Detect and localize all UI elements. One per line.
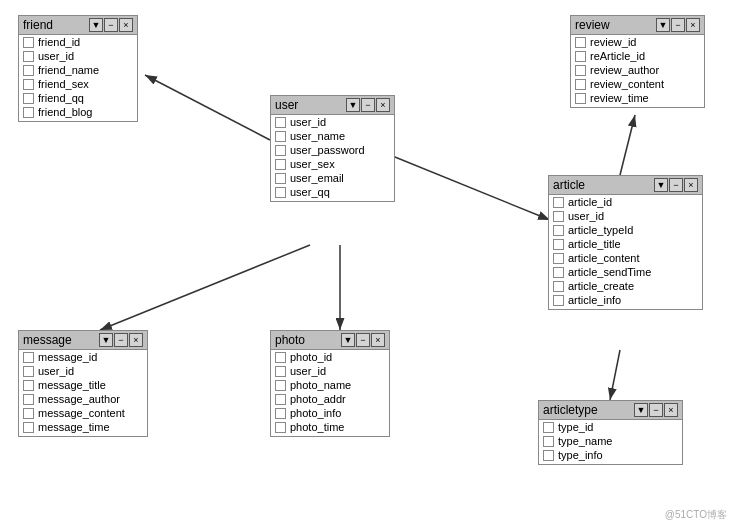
field-checkbox [275,159,286,170]
close-btn-article[interactable]: × [684,178,698,192]
table-header-user: user ▼ − × [271,96,394,115]
minimize-btn-photo[interactable]: − [356,333,370,347]
field-row: user_name [271,129,394,143]
close-btn-photo[interactable]: × [371,333,385,347]
table-controls-article[interactable]: ▼ − × [654,178,698,192]
table-title-message: message [23,333,72,347]
table-controls-user[interactable]: ▼ − × [346,98,390,112]
field-checkbox [23,408,34,419]
field-checkbox [23,422,34,433]
field-row: type_name [539,434,682,448]
table-header-message: message ▼ − × [19,331,147,350]
field-checkbox [23,79,34,90]
close-btn-articletype[interactable]: × [664,403,678,417]
field-row: photo_addr [271,392,389,406]
table-photo: photo ▼ − × photo_id user_id photo_name … [270,330,390,437]
field-checkbox [575,51,586,62]
field-checkbox [275,173,286,184]
field-row: friend_sex [19,77,137,91]
table-controls-photo[interactable]: ▼ − × [341,333,385,347]
field-checkbox [543,450,554,461]
field-checkbox [275,422,286,433]
field-checkbox [553,211,564,222]
table-header-friend: friend ▼ − × [19,16,137,35]
field-checkbox [275,366,286,377]
table-article: article ▼ − × article_id user_id article… [548,175,703,310]
table-header-articletype: articletype ▼ − × [539,401,682,420]
minimize-btn-article[interactable]: − [669,178,683,192]
svg-line-3 [100,245,310,330]
minimize-btn-articletype[interactable]: − [649,403,663,417]
table-user: user ▼ − × user_id user_name user_passwo… [270,95,395,202]
field-row: article_id [549,195,702,209]
field-checkbox [275,408,286,419]
close-btn-review[interactable]: × [686,18,700,32]
dropdown-btn-review[interactable]: ▼ [656,18,670,32]
field-row: user_id [271,115,394,129]
field-row: message_title [19,378,147,392]
table-title-friend: friend [23,18,53,32]
field-checkbox [275,352,286,363]
field-row: friend_blog [19,105,137,121]
table-header-review: review ▼ − × [571,16,704,35]
dropdown-btn-articletype[interactable]: ▼ [634,403,648,417]
field-checkbox [275,145,286,156]
field-row: user_email [271,171,394,185]
table-review: review ▼ − × review_id reArticle_id revi… [570,15,705,108]
field-row: photo_time [271,420,389,436]
field-checkbox [553,225,564,236]
minimize-btn-user[interactable]: − [361,98,375,112]
field-checkbox [23,366,34,377]
minimize-btn-message[interactable]: − [114,333,128,347]
field-checkbox [575,93,586,104]
minimize-btn-friend[interactable]: − [104,18,118,32]
table-title-photo: photo [275,333,305,347]
svg-line-6 [620,115,635,175]
field-checkbox [23,394,34,405]
field-checkbox [575,37,586,48]
field-row: user_id [549,209,702,223]
field-row: reArticle_id [571,49,704,63]
table-controls-articletype[interactable]: ▼ − × [634,403,678,417]
dropdown-btn-photo[interactable]: ▼ [341,333,355,347]
field-row: article_title [549,237,702,251]
table-controls-message[interactable]: ▼ − × [99,333,143,347]
field-row: photo_id [271,350,389,364]
dropdown-btn-message[interactable]: ▼ [99,333,113,347]
field-row: message_time [19,420,147,436]
dropdown-btn-user[interactable]: ▼ [346,98,360,112]
field-checkbox [275,117,286,128]
table-title-article: article [553,178,585,192]
table-title-user: user [275,98,298,112]
table-header-photo: photo ▼ − × [271,331,389,350]
table-title-review: review [575,18,610,32]
close-btn-friend[interactable]: × [119,18,133,32]
field-row: review_time [571,91,704,107]
close-btn-message[interactable]: × [129,333,143,347]
field-checkbox [553,267,564,278]
close-btn-user[interactable]: × [376,98,390,112]
minimize-btn-review[interactable]: − [671,18,685,32]
field-checkbox [275,187,286,198]
table-header-article: article ▼ − × [549,176,702,195]
field-row: user_id [271,364,389,378]
field-checkbox [575,65,586,76]
field-row: message_id [19,350,147,364]
field-row: friend_name [19,63,137,77]
svg-line-2 [145,75,270,140]
field-checkbox [553,281,564,292]
field-row: user_sex [271,157,394,171]
field-checkbox [575,79,586,90]
table-controls-friend[interactable]: ▼ − × [89,18,133,32]
table-controls-review[interactable]: ▼ − × [656,18,700,32]
field-checkbox [553,239,564,250]
field-checkbox [543,436,554,447]
field-row: user_qq [271,185,394,201]
dropdown-btn-article[interactable]: ▼ [654,178,668,192]
dropdown-btn-friend[interactable]: ▼ [89,18,103,32]
field-checkbox [275,380,286,391]
field-row: article_create [549,279,702,293]
field-checkbox [23,107,34,118]
field-row: message_author [19,392,147,406]
field-row: type_info [539,448,682,464]
